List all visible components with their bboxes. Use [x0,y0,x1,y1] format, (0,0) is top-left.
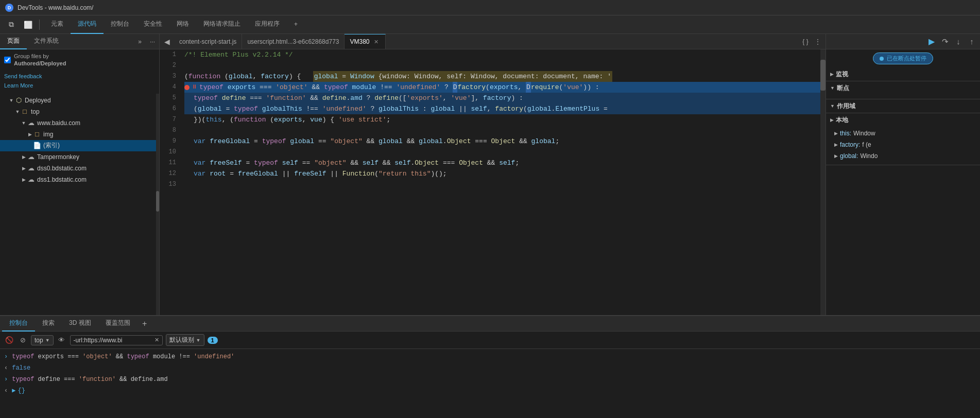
step-into-btn[interactable]: ↓ [952,36,965,48]
local-title: 本地 [836,116,848,125]
debug-toolbar: ▶ ↷ ↓ ↑ [826,34,980,49]
bottom-tab-coverage[interactable]: 覆盖范围 [98,316,137,332]
feedback-links: Send feedback Learn More [0,71,159,94]
code-line-10 [184,147,820,158]
scope-item-factory[interactable]: ▶ factory: f (e [834,139,976,150]
pretty-print-btn[interactable]: ⋮ [812,36,823,47]
bottom-tabs: 控制台 搜索 3D 视图 覆盖范围 + [0,316,980,332]
tab-more[interactable]: + [287,15,305,34]
console-filter-btn[interactable]: ⊘ [18,335,28,345]
index-file-icon: 📄 [33,142,41,150]
context-arrow: ▼ [45,338,50,343]
left-panel-scrollbar-thumb [156,191,159,212]
tree-arrow-deployed: ▼ [8,98,14,103]
console-line-3: › typeof define === 'function' && define… [4,374,976,385]
breakpoints-section-header[interactable]: ▼ 断点 [826,81,980,95]
url-filter-input[interactable] [74,337,152,344]
console-expand-btn[interactable]: ▶ [12,386,15,395]
tree-item-dss1[interactable]: ▶ ☁ dss1.bdstatic.com [0,174,159,185]
scope-item-this[interactable]: ▶ this: Window [834,128,976,139]
tree-arrow-tamper: ▶ [21,154,27,160]
step-out-btn[interactable]: ↑ [966,36,978,48]
scope-section-header[interactable]: ▼ 作用域 [826,99,980,113]
main-tab-nav: 元素 源代码 控制台 安全性 网络 网络请求阻止 应用程序 + [44,15,305,34]
scope-item-global[interactable]: ▶ global: Windo [834,150,976,162]
level-selector[interactable]: 默认级别 ▼ [166,334,204,346]
console-eye-btn[interactable]: 👁 [57,335,67,345]
console-badge: 1 [208,337,218,344]
step-over-btn[interactable]: ↷ [939,36,951,48]
bottom-tab-add[interactable]: + [137,317,152,331]
debug-status-badge: 已在断点处暂停 [873,53,933,64]
breakpoints-arrow: ▼ [830,85,835,91]
editor-tab-userscript[interactable]: userscript.html...3-e6c62868d773 [242,34,345,49]
bottom-tab-3dview[interactable]: 3D 视图 [62,316,98,332]
tab-console[interactable]: 控制台 [104,15,136,34]
breakpoints-content [826,95,980,99]
tree-arrow-dss1: ▶ [21,177,27,182]
baidu-cloud-icon: ☁ [27,119,35,127]
bottom-tab-search[interactable]: 搜索 [35,316,62,332]
code-line-8 [184,125,820,136]
group-files-checkbox[interactable] [4,57,11,63]
url-filter[interactable]: ✕ [70,335,163,345]
scope-title: 作用域 [837,102,855,111]
tab-security[interactable]: 安全性 [136,15,169,34]
resume-btn[interactable]: ▶ [925,36,938,48]
tab-application[interactable]: 应用程序 [248,15,287,34]
tab-network-block[interactable]: 网络请求阻止 [196,15,248,34]
tab-filesystem[interactable]: 文件系统 [27,34,66,49]
tab-network[interactable]: 网络 [169,15,196,34]
tree-item-dss0[interactable]: ▶ ☁ dss0.bdstatic.com [0,163,159,174]
tab-elements[interactable]: 元素 [44,15,71,34]
dss1-cloud-icon: ☁ [27,176,35,184]
code-line-3: (function (global, factory) { global = W… [184,71,820,82]
dss0-cloud-icon: ☁ [27,164,35,172]
level-label: 默认级别 [169,336,194,344]
local-section-header[interactable]: ▶ 本地 [826,113,980,127]
watch-section-header[interactable]: ▶ 监视 [826,67,980,81]
tree-arrow-img: ▶ [27,132,33,137]
dock-btn[interactable]: ⧉ [4,18,19,32]
console-line-1: › typeof exports === 'object' && typeof … [4,351,976,362]
left-panel-tabs: 页面 文件系统 » ··· [0,34,159,49]
level-arrow: ▼ [196,338,201,343]
console-clear-btn[interactable]: 🚫 [4,335,14,345]
learn-more-link[interactable]: Learn More [4,81,155,91]
editor-tab-content-script[interactable]: content-script-start.js [174,34,242,49]
tree-item-deployed[interactable]: ▼ ⬡ Deployed [0,95,159,106]
tree-item-tampermonkey[interactable]: ▶ ☁ Tampermonkey [0,151,159,163]
local-arrow: ▶ [830,117,834,123]
console-output[interactable]: › typeof exports === 'object' && typeof … [0,349,980,418]
editor-tab-close-btn[interactable]: ✕ [373,38,380,45]
tab-sources[interactable]: 源代码 [71,15,104,34]
left-tab-ellipsis[interactable]: ··· [146,38,159,45]
group-files-label: Group files by Authored/Deployed [14,53,66,67]
tree-item-baidu[interactable]: ▼ ☁ www.baidu.com [0,117,159,129]
send-feedback-link[interactable]: Send feedback [4,72,155,81]
img-folder-icon: □ [33,130,41,138]
code-line-12: var root = freeGlobal || freeSelf || Fun… [184,168,820,179]
context-selector[interactable]: top ▼ [31,335,54,345]
tree-item-index[interactable]: ▶ 📄 (索引) [0,140,159,151]
tab-page[interactable]: 页面 [0,34,27,49]
context-label: top [35,337,43,344]
format-btn[interactable]: { } [800,36,811,47]
dock-side-btn[interactable]: ⬜ [21,18,35,32]
top-folder-icon: □ [21,108,29,116]
tree-item-top[interactable]: ▼ □ top [0,106,159,117]
debug-status-dot [880,57,884,61]
bottom-tab-console[interactable]: 控制台 [2,316,35,332]
code-line-11: var freeSelf = typeof self == "object" &… [184,158,820,168]
tree-item-img[interactable]: ▶ □ img [0,129,159,140]
code-line-2 [184,60,820,71]
url-filter-clear[interactable]: ✕ [154,337,159,343]
left-tab-more-btn[interactable]: » [134,38,146,45]
code-line-9: var freeGlobal = typeof global == "objec… [184,136,820,147]
group-files-bar: Group files by Authored/Deployed [0,49,159,71]
editor-tab-vm380[interactable]: VM380 ✕ [345,34,385,49]
bottom-panel: 控制台 搜索 3D 视图 覆盖范围 + 🚫 ⊘ top ▼ 👁 ✕ 默认级别 ▼… [0,315,980,418]
editor-back-btn[interactable]: ◀ [160,34,174,49]
editor-vscroll-thumb [820,60,826,91]
code-line-1: /*! Element Plus v2.2.14 */ [184,49,820,60]
